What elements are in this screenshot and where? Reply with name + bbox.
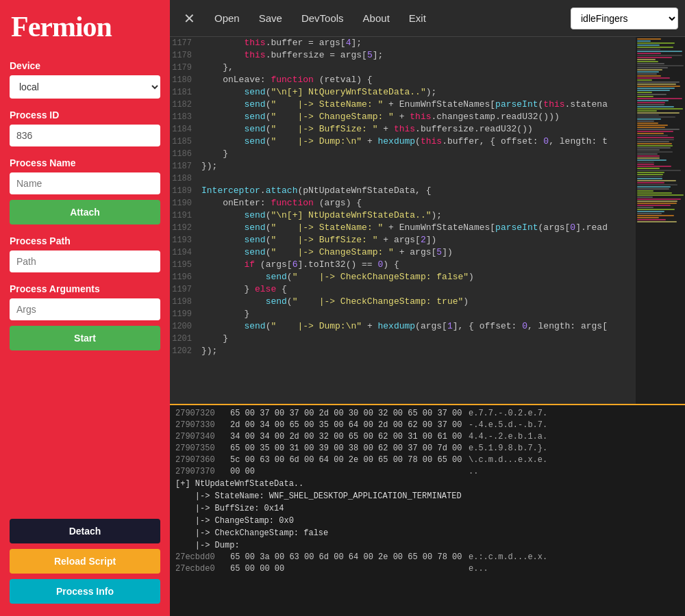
line-number: 1190 (170, 197, 201, 209)
device-select[interactable]: local (10, 75, 160, 99)
table-row: 1197 } else { (170, 283, 636, 296)
table-row: 1184 send(" |-> BuffSize: " + this.buffe… (170, 123, 636, 136)
process-id-section: Process ID (0, 103, 170, 151)
list-item (637, 213, 662, 214)
attach-button[interactable]: Attach (10, 200, 160, 224)
hex-bytes: 65 00 3a 00 63 00 6d 00 64 00 2e 00 65 0… (230, 552, 463, 563)
list-item (637, 63, 664, 64)
list-item (637, 67, 668, 68)
table-row: 1195 if (args[6].toInt32() == 0) { (170, 259, 636, 271)
start-button[interactable]: Start (10, 326, 160, 350)
list-item (637, 61, 658, 62)
exit-menu-button[interactable]: Exit (399, 8, 436, 28)
list-item (637, 44, 660, 46)
list-item (637, 96, 653, 97)
theme-select[interactable]: idleFingers monokai tomorrow_night dracu… (571, 8, 678, 29)
list-item (637, 59, 656, 60)
process-info-button[interactable]: Process Info (10, 579, 160, 604)
list-item (637, 162, 654, 163)
list-item (637, 151, 673, 153)
table-row: 1185 send(" |-> Dump:\n" + hexdump(this.… (170, 136, 636, 148)
process-id-label: Process ID (10, 110, 160, 120)
devtools-menu-button[interactable]: DevTools (292, 8, 353, 28)
hex-bytes: 65 00 35 00 31 00 39 00 38 00 62 00 37 0… (230, 443, 463, 454)
process-id-input[interactable] (10, 125, 160, 146)
hex-ascii: e... (469, 563, 488, 575)
hex-addr: 27907340 (175, 431, 225, 443)
list-item (637, 201, 677, 202)
list-item (637, 53, 661, 54)
line-number: 1189 (170, 185, 201, 197)
list-item (637, 129, 680, 130)
about-menu-button[interactable]: About (353, 8, 399, 28)
hex-addr: 27907320 (175, 408, 225, 420)
detach-button[interactable]: Detach (10, 519, 160, 543)
logo: Fermion (11, 12, 159, 41)
process-path-input[interactable] (10, 251, 160, 272)
code-scroll[interactable]: 1177 this.buffer = args[4];1178 this.buf… (170, 37, 636, 404)
list-item (637, 178, 662, 179)
table-row: 1200 send(" |-> Dump:\n" + hexdump(args[… (170, 320, 636, 333)
list-item (637, 198, 681, 200)
hex-bytes: 2d 00 34 00 65 00 35 00 64 00 2d 00 62 0… (230, 420, 463, 431)
line-code: } (201, 333, 636, 345)
table-row: 1177 this.buffer = args[4]; (170, 37, 636, 49)
table-row: 1188 (170, 172, 636, 185)
reload-script-button[interactable]: Reload Script (10, 549, 160, 574)
line-code: send(" |-> Dump:\n" + hexdump(this.buffe… (201, 136, 636, 148)
line-number: 1181 (170, 86, 201, 99)
line-code: } (201, 308, 636, 320)
list-item (637, 104, 664, 105)
line-number: 1193 (170, 234, 201, 246)
list-item (637, 65, 684, 66)
list-item (637, 57, 672, 58)
table-row: 1196 send(" |-> CheckChangeStamp: false"… (170, 271, 636, 283)
line-number: 1195 (170, 259, 201, 271)
process-name-input[interactable] (10, 172, 160, 194)
list-item (637, 157, 660, 159)
open-menu-button[interactable]: Open (205, 8, 249, 28)
list-item (637, 100, 669, 101)
table-row: 1180 onLeave: function (retval) { (170, 74, 636, 86)
table-row: 279073605c 00 63 00 6d 00 64 00 2e 00 65… (175, 454, 680, 466)
list-item (637, 106, 674, 107)
list-item (637, 217, 659, 218)
line-number: 1202 (170, 345, 201, 357)
main-content: ✕ Open Save DevTools About Exit idleFing… (170, 0, 685, 616)
output-area[interactable]: 2790732065 00 37 00 37 00 2d 00 30 00 32… (170, 404, 685, 616)
line-number: 1186 (170, 148, 201, 160)
line-number: 1196 (170, 271, 201, 283)
process-args-input[interactable] (10, 298, 160, 320)
hex-bytes: 65 00 37 00 37 00 2d 00 30 00 32 00 65 0… (230, 408, 463, 420)
list-item (637, 159, 667, 161)
list-item (637, 88, 675, 89)
list-item (637, 86, 680, 87)
table-row: 27ecbde065 00 00 00e... (175, 563, 680, 575)
line-code: } else { (201, 283, 636, 296)
line-code: send(" |-> CheckChangeStamp: false") (201, 271, 636, 283)
list-item (637, 219, 666, 220)
hex-ascii: e.5.1.9.8.b.7.}. (469, 443, 547, 454)
list-item (637, 194, 684, 196)
hex-addr: 27907370 (175, 466, 225, 478)
process-args-section: Process Arguments Start (0, 277, 170, 355)
close-button[interactable]: ✕ (177, 8, 202, 29)
list-item (637, 73, 657, 75)
line-code: send(" |-> ChangeStamp: " + this.changes… (201, 111, 636, 123)
list-item (637, 55, 682, 56)
table-row: 1191 send("\n[+] NtUpdateWnfStateData.."… (170, 209, 636, 222)
list-item (637, 102, 665, 103)
table-row: 1194 send(" |-> ChangeStamp: " + args[5]… (170, 246, 636, 259)
table-row: 1202}); (170, 345, 636, 357)
theme-select-wrap: idleFingers monokai tomorrow_night dracu… (571, 8, 678, 29)
hex-ascii: -.4.e.5.d.-.b.7. (469, 420, 547, 431)
save-menu-button[interactable]: Save (249, 8, 292, 28)
line-code: send(" |-> Dump:\n" + hexdump(args[1], {… (201, 320, 636, 333)
list-item (637, 192, 672, 194)
line-number: 1198 (170, 296, 201, 308)
sidebar: Fermion Device local Process ID Process … (0, 0, 170, 616)
line-code: send("\n[+] NtQueryWnfStateData.."); (201, 86, 636, 99)
list-item (637, 69, 662, 70)
list-item (637, 84, 676, 85)
list-item: |-> CheckChangeStamp: false (175, 527, 680, 539)
